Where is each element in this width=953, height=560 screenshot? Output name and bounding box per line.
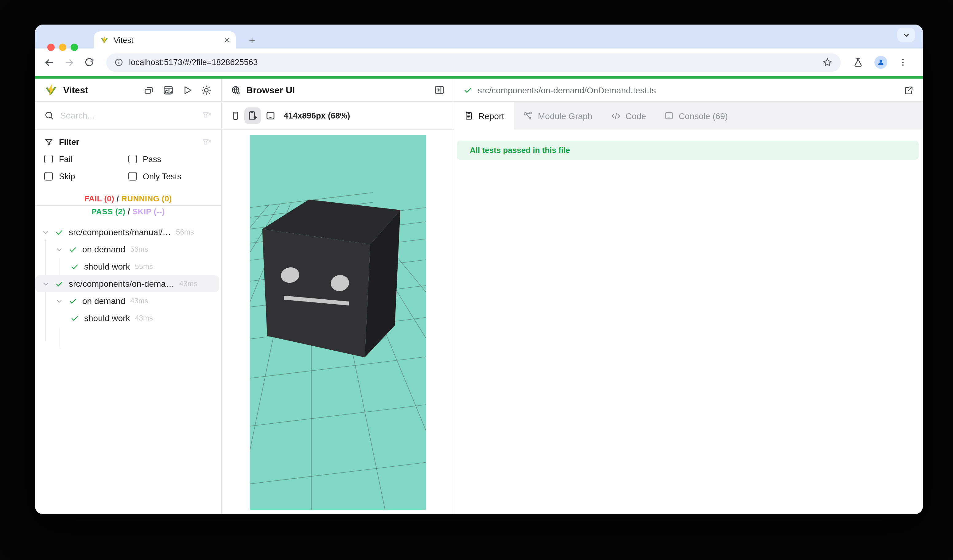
tab-strip: Vitest bbox=[35, 25, 923, 48]
explorer-body: Filter Fail bbox=[35, 130, 221, 514]
close-tab-icon[interactable] bbox=[224, 37, 230, 43]
tab-report[interactable]: Report bbox=[455, 102, 514, 130]
browser-tab[interactable]: Vitest bbox=[94, 31, 236, 48]
browser-menu-icon[interactable] bbox=[898, 58, 908, 67]
url-text: localhost:5173/#/?file=1828625563 bbox=[129, 58, 258, 67]
back-button[interactable] bbox=[43, 57, 55, 68]
vitest-app: Vitest bbox=[35, 79, 923, 514]
collapse-all-icon[interactable] bbox=[144, 84, 155, 96]
filter-option-pass[interactable]: Pass bbox=[128, 154, 212, 164]
forward-button[interactable] bbox=[64, 57, 75, 68]
address-bar[interactable]: localhost:5173/#/?file=1828625563 bbox=[106, 53, 841, 71]
run-all-icon[interactable] bbox=[182, 84, 193, 96]
toolbar-actions bbox=[853, 56, 908, 69]
explorer-header: Vitest bbox=[35, 79, 221, 102]
tree-row-suite[interactable]: on demand 43ms bbox=[35, 292, 221, 309]
3d-scene bbox=[250, 135, 426, 510]
globe-icon bbox=[231, 85, 241, 95]
tab-code[interactable]: Code bbox=[611, 111, 646, 121]
filter-row-2: Skip Only Tests bbox=[35, 168, 221, 185]
filter-option-fail[interactable]: Fail bbox=[44, 154, 128, 164]
new-tab-button[interactable] bbox=[244, 32, 260, 48]
details-header: src/components/on-demand/OnDemand.test.t… bbox=[455, 79, 923, 102]
clear-search-filter-icon[interactable] bbox=[202, 110, 212, 120]
module-graph-icon bbox=[523, 111, 533, 121]
only-tests-checkbox[interactable] bbox=[128, 172, 137, 180]
reload-button[interactable] bbox=[84, 57, 95, 68]
tree-row-file-selected[interactable]: src/components/on-dema… 43ms bbox=[35, 275, 219, 292]
all-tests-passed-banner: All tests passed in this file bbox=[457, 141, 919, 160]
window-controls bbox=[47, 43, 78, 51]
experiments-beaker-icon[interactable] bbox=[853, 57, 863, 68]
pass-check-icon bbox=[69, 245, 77, 253]
device-tablet-icon[interactable] bbox=[265, 110, 276, 121]
details-panel: src/components/on-demand/OnDemand.test.t… bbox=[455, 79, 923, 514]
browser-window: Vitest bbox=[35, 25, 923, 514]
chevron-down-icon[interactable] bbox=[42, 229, 49, 236]
indent-guide bbox=[60, 328, 60, 347]
code-icon bbox=[611, 111, 621, 121]
chevron-down-icon[interactable] bbox=[56, 246, 63, 253]
vitest-favicon bbox=[100, 36, 109, 44]
fail-checkbox[interactable] bbox=[44, 155, 53, 163]
pass-count: PASS (2) bbox=[91, 207, 125, 216]
preview-header: Browser UI bbox=[222, 79, 454, 102]
profile-avatar[interactable] bbox=[874, 56, 887, 69]
skip-checkbox[interactable] bbox=[44, 172, 53, 180]
file-path: src/components/on-demand/OnDemand.test.t… bbox=[478, 85, 656, 95]
test-explorer-panel: Vitest bbox=[35, 79, 222, 514]
summary-line-2: PASS (2) / SKIP (--) bbox=[35, 205, 221, 218]
pass-check-icon bbox=[69, 297, 77, 305]
tab-search-button[interactable] bbox=[897, 28, 915, 42]
preview-title: Browser UI bbox=[246, 85, 295, 95]
tab-console[interactable]: Console (69) bbox=[664, 111, 728, 121]
running-count: RUNNING (0) bbox=[121, 194, 172, 203]
console-icon bbox=[664, 111, 674, 120]
filter-option-only-tests[interactable]: Only Tests bbox=[128, 172, 212, 181]
filter-option-skip[interactable]: Skip bbox=[44, 172, 128, 181]
theme-toggle-icon[interactable] bbox=[201, 84, 212, 96]
device-phone-small-icon[interactable] bbox=[231, 110, 240, 121]
dashboard-icon[interactable] bbox=[163, 84, 174, 96]
browser-toolbar: localhost:5173/#/?file=1828625563 bbox=[35, 48, 923, 76]
tree-row-file[interactable]: src/components/manual/… 56ms bbox=[35, 223, 221, 241]
chevron-down-icon[interactable] bbox=[42, 280, 49, 287]
filter-row-1: Fail Pass bbox=[35, 150, 221, 168]
device-toolbar: 414x896px (68%) bbox=[222, 102, 454, 130]
funnel-icon bbox=[44, 138, 53, 147]
bookmark-star-icon[interactable] bbox=[822, 57, 833, 68]
tree-row-suite[interactable]: on demand 56ms bbox=[35, 241, 221, 258]
viewport-size-label[interactable]: 414x896px (68%) bbox=[284, 111, 350, 120]
clear-filter-icon[interactable] bbox=[202, 137, 212, 147]
minimize-window-button[interactable] bbox=[59, 43, 66, 51]
open-external-icon[interactable] bbox=[904, 85, 914, 95]
pass-check-icon bbox=[71, 314, 79, 322]
browser-preview-panel: Browser UI bbox=[222, 79, 455, 514]
summary-line-1: FAIL (0) / RUNNING (0) bbox=[35, 192, 221, 205]
search-input[interactable]: Search... bbox=[60, 110, 95, 120]
pass-check-icon bbox=[71, 262, 79, 270]
pass-checkbox[interactable] bbox=[128, 155, 137, 163]
tab-module-graph[interactable]: Module Graph bbox=[523, 111, 592, 121]
progress-bar bbox=[35, 76, 923, 79]
pass-check-icon bbox=[464, 86, 472, 94]
robot-cube bbox=[262, 200, 400, 357]
chevron-down-icon[interactable] bbox=[56, 298, 63, 304]
device-viewport[interactable] bbox=[250, 135, 426, 510]
dock-panel-icon[interactable] bbox=[434, 85, 445, 95]
pass-check-icon bbox=[55, 228, 63, 236]
close-window-button[interactable] bbox=[47, 43, 55, 51]
fail-count: FAIL (0) bbox=[84, 194, 114, 203]
explorer-actions bbox=[144, 84, 212, 96]
details-tabbar: Report Module Graph Code bbox=[455, 102, 923, 130]
tree-row-test[interactable]: should work 43ms bbox=[35, 309, 221, 327]
filter-title: Filter bbox=[59, 138, 79, 147]
app-title: Vitest bbox=[63, 85, 88, 95]
site-info-icon[interactable] bbox=[114, 58, 123, 67]
zoom-window-button[interactable] bbox=[71, 43, 78, 51]
report-icon bbox=[464, 111, 473, 120]
tree-row-test[interactable]: should work 55ms bbox=[35, 258, 221, 275]
device-phone-plus-selected[interactable] bbox=[244, 107, 261, 124]
screen: Vitest bbox=[0, 0, 953, 560]
skip-count: SKIP (--) bbox=[132, 207, 165, 216]
